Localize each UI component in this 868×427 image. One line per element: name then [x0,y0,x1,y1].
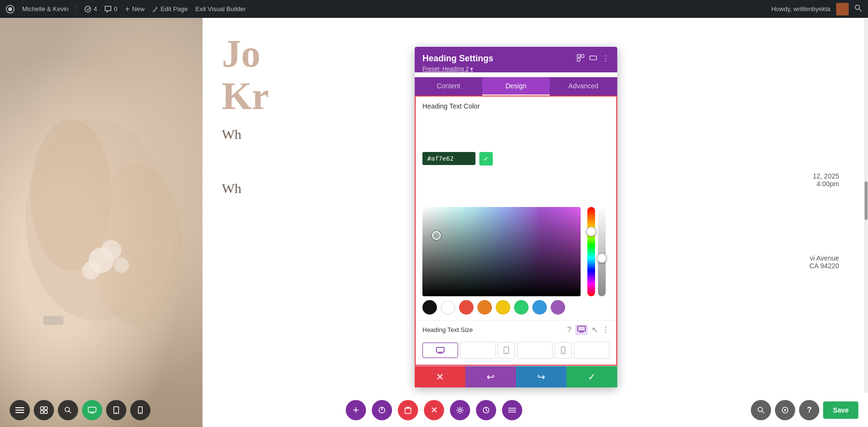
toolbar-search-btn[interactable] [58,400,78,420]
tab-advanced[interactable]: Advanced [550,77,617,96]
hue-slider[interactable] [587,207,595,296]
desktop-size-icon[interactable] [575,325,588,335]
svg-rect-11 [43,316,64,325]
new-item[interactable]: + New [125,5,145,14]
toolbar-help-btn[interactable]: ? [799,400,819,420]
heading-text-size-label: Heading Text Size [422,326,563,333]
toolbar-desktop-btn[interactable] [82,400,102,420]
site-name[interactable]: Michelle & Kevin [22,5,68,13]
svg-point-32 [116,412,117,413]
desktop-size-input[interactable] [460,342,496,359]
toolbar-add-btn[interactable]: + [346,400,366,420]
alpha-thumb[interactable] [597,253,607,263]
swatch-yellow[interactable] [496,300,510,315]
svg-point-1 [8,7,12,11]
toolbar-trash-btn[interactable] [398,400,418,420]
svg-rect-16 [578,326,585,331]
panel-preset[interactable]: Preset: Heading 2 ▾ [422,66,610,72]
exit-builder-item[interactable]: Exit Visual Builder [195,5,246,13]
page-image-column [0,18,203,427]
color-picker-canvas[interactable] [422,207,610,296]
admin-bar: Michelle & Kevin 4 0 + New Edit Page Exi… [0,0,868,18]
toolbar-mobile-btn[interactable] [130,400,150,420]
scrollbar-thumb[interactable] [865,181,868,220]
cancel-button[interactable]: ✕ [415,366,465,387]
svg-rect-36 [405,408,411,413]
toolbar-left [10,400,150,420]
heading-text-size-row: Heading Text Size ? ↖ ⋮ [416,320,616,339]
revisions-item[interactable]: 4 [84,5,97,13]
panel-header-icons: ⋮ [577,54,610,64]
more-options-icon[interactable]: ⋮ [602,325,610,334]
mobile-size-input[interactable] [574,342,610,359]
toolbar-menu-btn[interactable] [10,400,30,420]
color-cursor[interactable] [432,231,441,240]
comments-item[interactable]: 0 [105,5,117,13]
color-confirm-button[interactable]: ✓ [479,152,493,165]
admin-search-icon[interactable] [854,4,862,14]
builder-toolbar: + ✕ ? Save [0,393,868,427]
svg-point-8 [101,240,122,261]
swatch-red[interactable] [459,300,474,315]
page-date-info: 12, 2025 4:00pm [813,172,840,188]
color-swatches [416,300,616,320]
svg-rect-12 [577,55,580,57]
arrow-cursor-icon[interactable]: ↖ [592,325,598,334]
svg-point-19 [506,352,507,353]
panel-more-icon[interactable]: ⋮ [602,54,610,63]
avatar[interactable] [836,3,849,15]
redo-button[interactable]: ↪ [516,366,567,387]
desktop-device-btn[interactable] [422,343,458,358]
gradient-area[interactable] [422,207,581,296]
tablet-device-btn[interactable] [498,342,515,358]
tab-content[interactable]: Content [415,77,482,96]
svg-point-3 [855,5,860,9]
svg-rect-13 [581,55,584,57]
toolbar-history-btn[interactable] [476,400,496,420]
mobile-device-btn[interactable] [555,342,572,358]
help-icon[interactable]: ? [567,326,571,334]
tab-design[interactable]: Design [482,77,550,96]
toolbar-layers-right-btn[interactable] [775,400,795,420]
heading-settings-panel: Heading Settings ⋮ [415,47,617,387]
confirm-button[interactable]: ✓ [567,366,617,387]
swatch-green[interactable] [514,300,529,315]
swatch-white[interactable] [441,300,455,315]
color-section-title: Heading Text Color [416,96,616,114]
toolbar-tablet-btn[interactable] [106,400,126,420]
swatch-orange[interactable] [477,300,492,315]
swatch-blue[interactable] [532,300,547,315]
device-size-row [416,339,616,365]
svg-rect-14 [577,58,580,61]
svg-rect-30 [88,407,96,412]
svg-point-2 [85,6,91,12]
toolbar-layers-btn[interactable] [502,400,522,420]
toolbar-power-btn[interactable] [372,400,392,420]
svg-point-45 [784,409,786,411]
svg-rect-25 [41,407,43,410]
save-button[interactable]: Save [823,401,858,419]
hue-thumb[interactable] [586,227,596,236]
panel-tabs: Content Design Advanced [415,77,617,96]
toolbar-settings-btn[interactable] [450,400,470,420]
swatch-purple[interactable] [551,300,565,315]
undo-button[interactable]: ↩ [465,366,516,387]
toolbar-search-right-btn[interactable] [751,400,771,420]
panel-fullscreen-icon[interactable] [577,54,584,64]
svg-point-38 [459,409,461,412]
svg-rect-26 [44,407,47,410]
swatch-black[interactable] [422,300,437,315]
toolbar-right: ? Save [751,400,858,420]
toolbar-close-btn[interactable]: ✕ [424,400,444,420]
page-image [0,18,203,427]
tablet-size-input[interactable] [517,342,553,359]
edit-page-item[interactable]: Edit Page [152,5,188,13]
svg-rect-28 [44,411,47,413]
panel-collapse-icon[interactable] [589,54,597,64]
color-hex-input[interactable] [422,152,475,165]
svg-point-9 [82,262,100,280]
alpha-slider[interactable] [598,207,606,296]
toolbar-grid-btn[interactable] [34,400,54,420]
wp-logo[interactable] [6,5,14,14]
svg-point-10 [114,258,129,273]
